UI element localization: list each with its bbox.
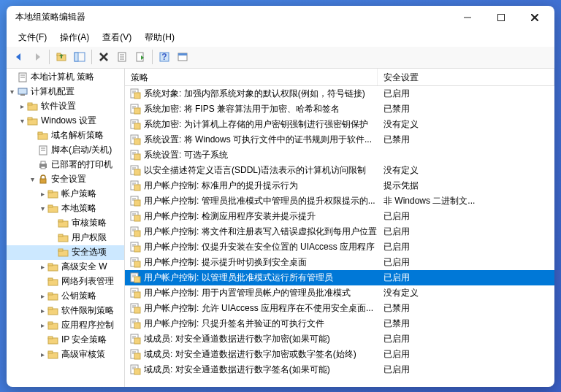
delete-button[interactable] <box>96 49 112 65</box>
close-button[interactable] <box>518 6 552 29</box>
svg-rect-38 <box>48 191 53 193</box>
tree-name-resolution[interactable]: 域名解析策略 <box>7 128 124 143</box>
tree-software-restrict[interactable]: ▸软件限制策略 <box>7 304 124 318</box>
menu-view[interactable]: 查看(V) <box>96 30 137 45</box>
tree-app-control[interactable]: ▸应用程序控制 <box>7 318 124 333</box>
tree-public-key[interactable]: ▸公钥策略 <box>7 289 124 304</box>
tree-audit-policy[interactable]: 审核策略 <box>7 216 124 231</box>
tree-software-settings[interactable]: ▸软件设置 <box>7 99 124 114</box>
menu-file[interactable]: 文件(F) <box>12 30 53 45</box>
expander-icon[interactable]: ▾ <box>27 175 37 183</box>
expander-icon[interactable]: ▾ <box>37 204 47 212</box>
list-row[interactable]: 系统设置: 可选子系统 <box>125 147 554 163</box>
policy-setting: 已禁用 <box>378 134 554 146</box>
policy-name: 用户帐户控制: 将文件和注册表写入错误虚拟化到每用户位置 <box>144 226 378 238</box>
toolbar-separator <box>91 50 92 64</box>
list-row[interactable]: 系统对象: 加强内部系统对象的默认权限(例如，符号链接) 已启用 <box>125 86 554 101</box>
expander-icon[interactable]: ▾ <box>7 88 17 96</box>
column-setting[interactable]: 安全设置 <box>378 69 554 85</box>
show-hide-tree-button[interactable] <box>72 49 88 65</box>
menu-help[interactable]: 帮助(H) <box>139 30 180 45</box>
policy-icon <box>129 195 141 207</box>
tree-audit-policy-icon <box>58 218 69 229</box>
tree-account-policies[interactable]: ▸帐户策略 <box>7 187 124 201</box>
policy-icon <box>129 364 141 375</box>
list-row[interactable]: 系统设置: 将 Windows 可执行文件中的证书规则用于软件... 已禁用 <box>125 132 554 147</box>
list-header: 策略 安全设置 <box>125 69 554 86</box>
expander-icon[interactable]: ▸ <box>37 350 47 358</box>
list-row[interactable]: 用户帐户控制: 仅提升安装在安全位置的 UIAccess 应用程序 已启用 <box>125 239 554 255</box>
maximize-button[interactable] <box>484 6 518 29</box>
tree-user-rights[interactable]: 用户权限 <box>7 231 124 245</box>
tree-printers[interactable]: 已部署的打印机 <box>7 158 124 172</box>
policy-setting: 已启用 <box>378 88 554 100</box>
policy-name: 用户帐户控制: 仅提升安装在安全位置的 UIAccess 应用程序 <box>144 241 378 253</box>
list-row[interactable]: 以安全描述符定义语言(SDDL)语法表示的计算机访问限制 没有定义 <box>125 163 554 178</box>
svg-rect-7 <box>75 53 78 61</box>
list-row[interactable]: 用户帐户控制: 将文件和注册表写入错误虚拟化到每用户位置 已启用 <box>125 224 554 239</box>
tree-network-list[interactable]: 网络列表管理 <box>7 274 124 289</box>
list-row[interactable]: 用户帐户控制: 以管理员批准模式运行所有管理员 已启用 <box>125 270 554 285</box>
minimize-button[interactable] <box>451 6 484 29</box>
list-row[interactable]: 系统加密: 将 FIPS 兼容算法用于加密、哈希和签名 已禁用 <box>125 101 554 117</box>
list-row[interactable]: 用户帐户控制: 用于内置管理员帐户的管理员批准模式 没有定义 <box>125 285 554 301</box>
tree-ip-security[interactable]: IP 安全策略 <box>7 333 124 347</box>
expander-icon[interactable]: ▸ <box>37 321 47 329</box>
tree-local-policies[interactable]: ▾本地策略 <box>7 201 124 216</box>
tree-pane[interactable]: 本地计算机 策略▾计算机配置▸软件设置▾Windows 设置域名解析策略脚本(启… <box>7 69 125 387</box>
tree-printers-icon <box>37 159 49 171</box>
list-row[interactable]: 域成员: 对安全通道数据进行数字加密(如果可能) 已启用 <box>125 331 554 347</box>
tree-security-options[interactable]: 安全选项 <box>7 245 124 260</box>
help-button[interactable]: ? <box>156 49 172 65</box>
svg-rect-98 <box>134 231 140 237</box>
tree-advanced-firewall[interactable]: ▸高级安全 W <box>7 260 124 274</box>
expander-icon[interactable]: ▸ <box>37 263 47 271</box>
svg-rect-134 <box>134 369 140 374</box>
tree-security-settings[interactable]: ▾安全设置 <box>7 172 124 187</box>
list-row[interactable]: 用户帐户控制: 提示提升时切换到安全桌面 已启用 <box>125 255 554 270</box>
list-pane: 策略 安全设置 系统对象: 加强内部系统对象的默认权限(例如，符号链接) 已启用… <box>125 69 554 387</box>
policy-name: 用户帐户控制: 只提升签名并验证的可执行文件 <box>144 318 378 330</box>
policy-icon <box>129 134 141 145</box>
expander-icon[interactable]: ▾ <box>17 117 27 125</box>
back-button[interactable] <box>11 49 27 65</box>
svg-rect-114 <box>134 292 140 298</box>
expander-icon[interactable]: ▸ <box>37 307 47 315</box>
svg-rect-54 <box>48 307 53 310</box>
svg-rect-94 <box>134 215 140 221</box>
tree-advanced-audit[interactable]: ▸高级审核策 <box>7 347 124 362</box>
list-row[interactable]: 用户帐户控制: 允许 UIAccess 应用程序在不使用安全桌面... 已禁用 <box>125 301 554 316</box>
tree-advanced-firewall-icon <box>47 261 59 273</box>
list-body[interactable]: 系统对象: 加强内部系统对象的默认权限(例如，符号链接) 已启用 系统加密: 将… <box>125 86 554 387</box>
expander-icon[interactable]: ▸ <box>17 102 27 110</box>
gpedit-window: 本地组策略编辑器 文件(F) 操作(A) 查看(V) 帮助(H) ? 本地计算机… <box>7 6 554 387</box>
tree-scripts[interactable]: 脚本(启动/关机) <box>7 143 124 158</box>
list-row[interactable]: 用户帐户控制: 检测应用程序安装并提示提升 已启用 <box>125 209 554 224</box>
policy-icon <box>129 318 141 329</box>
policy-icon <box>129 118 141 130</box>
list-row[interactable]: 用户帐户控制: 只提升签名并验证的可执行文件 已禁用 <box>125 316 554 331</box>
tree-software-settings-icon <box>27 101 39 112</box>
tree-windows-settings[interactable]: ▾Windows 设置 <box>7 114 124 128</box>
menu-action[interactable]: 操作(A) <box>54 30 95 45</box>
tree-computer-config[interactable]: ▾计算机配置 <box>7 85 124 99</box>
tree-public-key-icon <box>47 291 59 302</box>
svg-rect-42 <box>58 220 63 222</box>
list-row[interactable]: 系统加密: 为计算机上存储的用户密钥强制进行强密钥保护 没有定义 <box>125 117 554 132</box>
up-button[interactable] <box>53 49 69 65</box>
tree-root[interactable]: 本地计算机 策略 <box>7 70 124 85</box>
tree-software-restrict-icon <box>47 305 59 317</box>
expander-icon[interactable]: ▸ <box>37 292 47 300</box>
list-row[interactable]: 用户帐户控制: 标准用户的提升提示行为 提示凭据 <box>125 178 554 193</box>
properties-button[interactable] <box>114 49 130 65</box>
list-row[interactable]: 域成员: 对安全通道数据进行数字签名(如果可能) 已启用 <box>125 362 554 377</box>
action-button[interactable] <box>175 49 191 65</box>
list-row[interactable]: 域成员: 对安全通道数据进行数字加密或数字签名(始终) 已启用 <box>125 347 554 362</box>
export-button[interactable] <box>132 49 148 65</box>
list-row[interactable]: 用户帐户控制: 管理员批准模式中管理员的提升权限提示的... 非 Windows… <box>125 193 554 209</box>
forward-button[interactable] <box>29 49 45 65</box>
content-area: 本地计算机 策略▾计算机配置▸软件设置▾Windows 设置域名解析策略脚本(启… <box>7 69 554 387</box>
svg-rect-74 <box>134 139 140 145</box>
column-policy[interactable]: 策略 <box>125 69 378 85</box>
expander-icon[interactable]: ▸ <box>37 190 47 198</box>
